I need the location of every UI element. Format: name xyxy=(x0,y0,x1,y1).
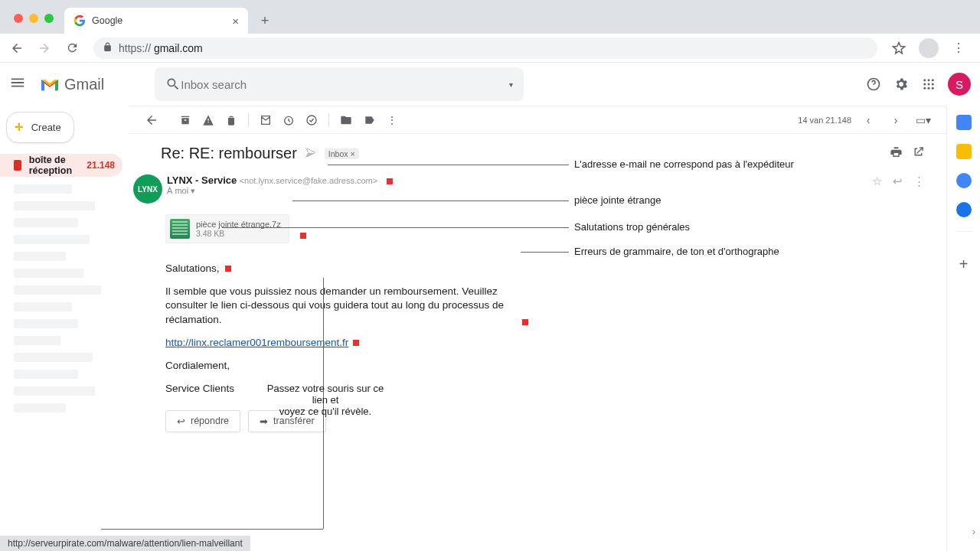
back-to-inbox-icon[interactable] xyxy=(141,109,162,131)
search-options-icon[interactable]: ▾ xyxy=(509,80,513,89)
body-paragraph: Il semble que vous puissiez nous demande… xyxy=(165,285,504,324)
inbox-label: boîte de réception xyxy=(29,155,80,176)
contacts-icon[interactable] xyxy=(956,202,972,217)
tab-close-icon[interactable]: × xyxy=(232,15,239,28)
compose-button[interactable]: + Create xyxy=(6,112,74,143)
more-icon[interactable]: ⋮ xyxy=(381,109,403,131)
attachment-size: 3.48 KB xyxy=(196,229,281,238)
annotation-connector xyxy=(328,165,569,165)
apps-icon[interactable] xyxy=(920,76,937,93)
annotation-attachment: pièce jointe étrange xyxy=(574,194,661,206)
side-panel-toggle-icon[interactable]: › xyxy=(972,527,975,537)
search-box[interactable]: ▾ xyxy=(155,67,524,101)
annotation-marker xyxy=(300,233,306,239)
account-avatar[interactable]: S xyxy=(948,73,971,96)
label-remove-icon[interactable]: × xyxy=(351,149,355,158)
annotation-marker xyxy=(353,340,359,346)
label-icon[interactable] xyxy=(358,109,380,131)
svg-point-3 xyxy=(932,79,934,81)
hamburger-icon[interactable] xyxy=(9,74,28,94)
sender-address: <not.lynx.service@fake.adress.com> xyxy=(240,176,378,185)
sidebar-placeholder xyxy=(14,336,60,345)
sidebar-item-inbox[interactable]: boîte de réception 21.148 xyxy=(0,154,122,177)
browser-menu-icon[interactable]: ⋮ xyxy=(948,37,969,59)
svg-point-1 xyxy=(923,79,926,81)
sidebar-placeholder xyxy=(14,285,101,295)
archive-icon[interactable] xyxy=(175,109,196,131)
status-url: http://serveurpirate.com/malware/attenti… xyxy=(8,538,243,549)
annotation-sender: L'adresse e-mail ne correspond pas à l'e… xyxy=(574,158,794,170)
next-icon[interactable]: › xyxy=(885,109,906,131)
profile-chip[interactable] xyxy=(919,38,939,58)
sidebar: + Create boîte de réception 21.148 xyxy=(0,106,129,551)
attachment-chip[interactable]: pièce jointe étrange.7z 3.48 KB xyxy=(165,214,289,243)
close-window-icon[interactable] xyxy=(14,14,23,23)
help-icon[interactable] xyxy=(865,76,882,93)
email-body: Salutations, Il semble que vous puissiez… xyxy=(165,262,518,396)
gmail-logo[interactable]: Gmail xyxy=(40,76,104,93)
star-icon[interactable]: ☆ xyxy=(872,174,882,188)
tasks-icon[interactable] xyxy=(956,173,972,188)
annotation-connector xyxy=(222,227,569,228)
reply-icon[interactable]: ↩ xyxy=(893,174,903,188)
status-bar: http://serveurpirate.com/malware/attenti… xyxy=(0,536,250,551)
suspicious-link[interactable]: http://linx.reclamer001remboursement.fr xyxy=(165,337,348,348)
annotation-connector xyxy=(521,252,569,253)
maximize-window-icon[interactable] xyxy=(44,14,54,23)
forward-button[interactable] xyxy=(34,37,55,59)
search-input[interactable] xyxy=(181,78,509,91)
print-icon[interactable] xyxy=(890,145,903,161)
sidebar-placeholder xyxy=(14,184,72,194)
recipient-line: À moi xyxy=(167,186,188,195)
move-icon[interactable] xyxy=(335,109,357,131)
inbox-icon xyxy=(14,160,21,171)
spam-icon[interactable] xyxy=(198,109,219,131)
lock-icon xyxy=(103,41,113,55)
google-favicon-icon xyxy=(74,15,86,27)
inbox-count: 21.148 xyxy=(87,160,115,171)
svg-point-7 xyxy=(923,87,926,90)
message-more-icon[interactable]: ⋮ xyxy=(913,174,925,188)
add-addon-icon[interactable]: + xyxy=(959,256,969,273)
label-chip[interactable]: Inbox × xyxy=(325,148,359,159)
settings-icon[interactable] xyxy=(893,76,910,93)
task-icon[interactable] xyxy=(301,109,322,131)
sidebar-placeholder xyxy=(14,370,78,379)
svg-point-9 xyxy=(932,87,934,90)
sidebar-placeholder xyxy=(14,218,78,227)
annotation-marker xyxy=(522,319,528,325)
sidebar-placeholder xyxy=(14,269,83,278)
delete-icon[interactable] xyxy=(220,109,242,131)
bookmark-icon[interactable] xyxy=(888,37,910,59)
svg-point-11 xyxy=(307,116,316,125)
keep-icon[interactable] xyxy=(956,144,972,159)
browser-tab[interactable]: Google × xyxy=(64,8,248,34)
important-marker-icon[interactable]: ⮚ xyxy=(305,147,317,161)
snooze-icon[interactable] xyxy=(278,109,299,131)
svg-point-6 xyxy=(932,83,934,86)
back-button[interactable] xyxy=(6,37,28,59)
sender-name: LYNX - Service xyxy=(167,174,237,186)
annotation-grammar: Erreurs de grammaire, de ton et d'orthog… xyxy=(574,246,779,257)
message-pane: ⋮ 14 van 21.148 ‹ › ▭▾ Re: RE: rembourse… xyxy=(129,106,946,551)
compose-label: Create xyxy=(31,122,61,133)
open-new-icon[interactable] xyxy=(912,145,925,161)
gmail-header: Gmail ▾ S xyxy=(0,63,980,106)
address-bar[interactable]: https:// gmail.com xyxy=(93,37,877,59)
side-panel: + xyxy=(946,106,980,551)
reload-button[interactable] xyxy=(61,37,83,59)
signoff: Cordialement, xyxy=(165,359,518,373)
new-tab-button[interactable]: + xyxy=(254,10,276,31)
reply-button[interactable]: ↩répondre xyxy=(165,410,240,432)
search-icon xyxy=(165,77,181,92)
browser-toolbar: https:// gmail.com ⋮ xyxy=(0,34,980,63)
sidebar-placeholder xyxy=(14,201,95,210)
annotation-connector xyxy=(101,529,323,530)
sender-avatar: LYNX xyxy=(133,174,162,204)
input-tools-icon[interactable]: ▭▾ xyxy=(913,109,934,131)
prev-icon[interactable]: ‹ xyxy=(858,109,879,131)
annotation-hover: Passez votre souris sur ce lien et voyez… xyxy=(260,383,390,417)
calendar-icon[interactable] xyxy=(956,115,972,130)
mark-unread-icon[interactable] xyxy=(255,109,276,131)
minimize-window-icon[interactable] xyxy=(29,14,38,23)
